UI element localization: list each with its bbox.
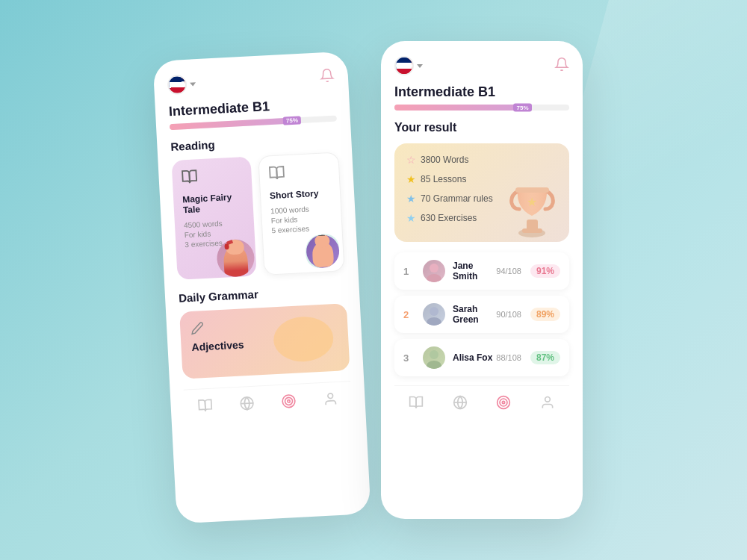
nav-book-left[interactable] bbox=[194, 394, 217, 420]
stat-row-1: ☆ 3800 Words bbox=[406, 154, 557, 166]
svg-line-1 bbox=[241, 403, 253, 404]
svg-point-3 bbox=[285, 397, 293, 405]
fairy-tale-character bbox=[214, 231, 257, 278]
svg-point-5 bbox=[328, 393, 333, 399]
reading-card-short-story[interactable]: Short Story 1000 words For kids 5 exerci… bbox=[258, 152, 344, 275]
rank-1: 1 bbox=[403, 266, 415, 277]
avatar-sarah bbox=[423, 303, 445, 326]
star-blue-icon: ★ bbox=[406, 193, 416, 205]
right-phone: Intermediate B1 75% Your result ☆ 3800 W… bbox=[381, 41, 583, 519]
svg-point-12 bbox=[427, 274, 441, 282]
notification-bell-right[interactable] bbox=[554, 57, 569, 75]
svg-point-22 bbox=[545, 397, 550, 402]
grammar-card[interactable]: Adjectives bbox=[179, 303, 350, 379]
nav-globe-left[interactable] bbox=[236, 393, 258, 418]
svg-point-2 bbox=[282, 395, 296, 408]
reading-section-title: Reading bbox=[170, 131, 338, 153]
progress-label-right: 75% bbox=[513, 104, 531, 112]
grammar-section-title: Daily Grammar bbox=[179, 283, 347, 305]
trophy-illustration: ★ bbox=[504, 175, 560, 242]
progress-fill-left: 75% bbox=[170, 117, 295, 130]
star-gold-icon: ★ bbox=[406, 173, 416, 185]
stat-exercises: 630 Exercises bbox=[421, 213, 477, 223]
pct-sarah: 89% bbox=[530, 308, 560, 321]
short-story-title: Short Story bbox=[270, 187, 332, 201]
pct-alisa: 87% bbox=[530, 351, 560, 364]
rank-3: 3 bbox=[403, 352, 415, 364]
svg-point-21 bbox=[503, 401, 505, 403]
nav-person-left[interactable] bbox=[320, 388, 342, 414]
stat-lessons: 85 Lessons bbox=[421, 174, 466, 184]
leaderboard: 1 Jane Smith 94/108 91% 2 bbox=[394, 252, 569, 376]
notification-bell-left[interactable] bbox=[319, 68, 335, 87]
progress-bar-right: 75% bbox=[394, 105, 569, 111]
result-section-title: Your result bbox=[394, 121, 569, 134]
right-phone-header bbox=[394, 56, 569, 75]
svg-rect-9 bbox=[515, 187, 549, 193]
progress-label-left: 75% bbox=[283, 116, 302, 125]
progress-fill-right: 75% bbox=[394, 105, 526, 111]
left-phone: Intermediate B1 75% Reading Magic Fairy … bbox=[152, 52, 371, 524]
left-bottom-nav bbox=[184, 381, 353, 421]
nav-book-right[interactable] bbox=[406, 392, 427, 417]
short-story-exercises: 5 exercises bbox=[271, 223, 332, 234]
right-bottom-nav bbox=[394, 385, 569, 417]
language-selector-left[interactable] bbox=[167, 74, 196, 95]
result-card: ☆ 3800 Words ★ 85 Lessons ★ 70 Grammar r… bbox=[394, 143, 569, 242]
svg-rect-8 bbox=[522, 228, 542, 233]
book-icon-story bbox=[268, 162, 330, 186]
svg-point-14 bbox=[427, 317, 441, 326]
svg-point-15 bbox=[430, 350, 438, 359]
leader-row-2[interactable]: 2 Sarah Green 90/108 89% bbox=[394, 296, 569, 333]
star-lightblue-icon: ★ bbox=[406, 212, 416, 224]
stat-words: 3800 Words bbox=[421, 155, 468, 165]
reading-cards-row: Magic Fairy Tale 4500 words For kids 3 e… bbox=[171, 152, 344, 280]
name-sarah: Sarah Green bbox=[453, 304, 496, 325]
grammar-blob bbox=[273, 315, 335, 363]
svg-text:★: ★ bbox=[527, 196, 537, 208]
rank-2: 2 bbox=[403, 309, 415, 320]
fairy-tale-title: Magic Fairy Tale bbox=[182, 191, 244, 215]
chevron-down-icon-left bbox=[190, 82, 196, 86]
nav-globe-right[interactable] bbox=[450, 392, 471, 417]
leader-row-3[interactable]: 3 Alisa Fox 88/108 87% bbox=[394, 339, 569, 376]
svg-point-16 bbox=[427, 361, 441, 369]
trophy-svg: ★ bbox=[504, 175, 560, 242]
avatar-alisa bbox=[423, 346, 445, 369]
phones-container: Intermediate B1 75% Reading Magic Fairy … bbox=[164, 41, 583, 519]
stat-grammar: 70 Grammar rules bbox=[421, 193, 493, 204]
pencil-icon bbox=[190, 321, 205, 338]
star-outline-icon: ☆ bbox=[406, 154, 416, 166]
leader-row-1[interactable]: 1 Jane Smith 94/108 91% bbox=[394, 252, 569, 290]
flag-icon-left bbox=[167, 75, 187, 95]
chevron-down-icon-right bbox=[417, 64, 423, 68]
level-title-right: Intermediate B1 bbox=[394, 84, 569, 100]
svg-point-20 bbox=[500, 399, 507, 406]
nav-person-right[interactable] bbox=[537, 392, 558, 417]
svg-point-13 bbox=[430, 307, 438, 316]
flag-icon-right bbox=[394, 56, 414, 75]
book-icon-fairy bbox=[181, 166, 243, 190]
name-jane: Jane Smith bbox=[453, 261, 496, 281]
score-sarah: 90/108 bbox=[496, 310, 521, 319]
reading-card-fairy-tale[interactable]: Magic Fairy Tale 4500 words For kids 3 e… bbox=[171, 157, 256, 280]
score-jane: 94/108 bbox=[496, 267, 521, 276]
avatar-jane bbox=[423, 260, 445, 282]
name-alisa: Alisa Fox bbox=[453, 352, 496, 363]
svg-point-11 bbox=[430, 264, 438, 273]
score-alisa: 88/108 bbox=[496, 353, 521, 362]
nav-target-left[interactable] bbox=[278, 391, 300, 416]
left-phone-header bbox=[167, 67, 335, 96]
pct-jane: 91% bbox=[530, 264, 560, 278]
svg-point-4 bbox=[288, 400, 291, 403]
nav-target-right[interactable] bbox=[493, 392, 514, 417]
language-selector-right[interactable] bbox=[394, 56, 423, 75]
